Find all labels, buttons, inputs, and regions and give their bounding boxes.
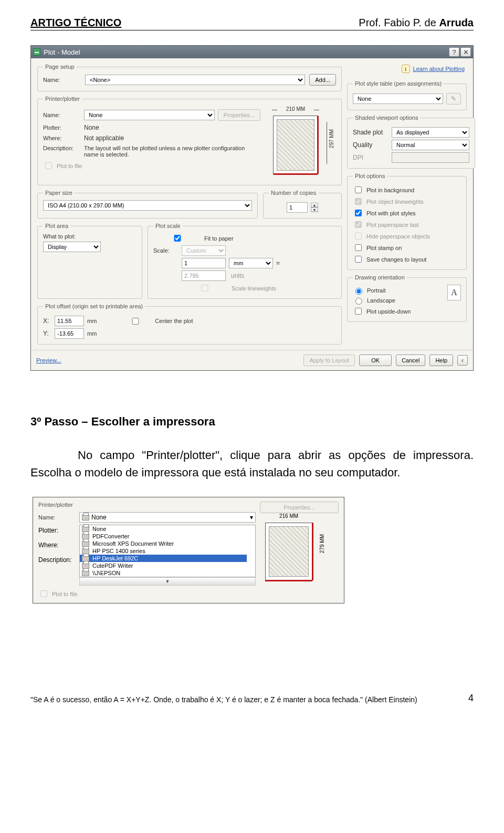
upside-down-checkbox[interactable]: Plot upside-down bbox=[353, 306, 461, 316]
printer-plotter-group-2: Printer/plotter Name: None ▾ Plotter: Wh… bbox=[38, 502, 256, 599]
copies-spinner[interactable]: ▲▼ bbox=[311, 203, 318, 212]
plot-style-select[interactable]: None bbox=[353, 93, 443, 104]
orientation-preview-icon: A bbox=[447, 285, 461, 300]
printer-option[interactable]: HP PSC 1400 series bbox=[80, 547, 247, 555]
plot-styles-checkbox[interactable]: Plot with plot styles bbox=[353, 208, 461, 218]
plot-scale-group: Plot scale Fit to paper Scale: Custom mm… bbox=[148, 223, 342, 299]
fit-to-paper-checkbox[interactable]: Fit to paper bbox=[153, 233, 336, 243]
paper-preview-2: 216 MM 279 MM bbox=[260, 513, 329, 587]
where-value: Not applicable bbox=[84, 134, 124, 142]
printer-icon bbox=[82, 570, 89, 576]
info-icon: i bbox=[402, 65, 410, 73]
paper-size-select[interactable]: ISO A4 (210.00 x 297.00 MM) bbox=[43, 200, 252, 211]
printer-option[interactable]: HP DeskJet 692C bbox=[80, 555, 247, 562]
printer-icon bbox=[82, 514, 89, 520]
scale-value-2 bbox=[182, 270, 226, 281]
help-titlebar-button[interactable]: ? bbox=[449, 47, 459, 57]
preview-link[interactable]: Preview... bbox=[36, 357, 61, 363]
plot-dialog-icon bbox=[33, 48, 40, 56]
dialog-title: Plot - Model bbox=[44, 48, 80, 56]
quality-select[interactable]: Normal bbox=[392, 140, 469, 150]
plot-background-checkbox[interactable]: Plot in background bbox=[353, 185, 461, 195]
printer-option[interactable]: None bbox=[80, 525, 247, 533]
article-heading: 3º Passo – Escolher a impressora bbox=[30, 415, 474, 429]
close-titlebar-button[interactable]: ✕ bbox=[460, 47, 471, 57]
shade-plot-select[interactable]: As displayed bbox=[392, 127, 469, 138]
hide-paperspace-checkbox: Hide paperspace objects bbox=[353, 231, 461, 241]
printer-select-2[interactable]: None ▾ bbox=[79, 512, 256, 523]
printer-properties-button: Properties... bbox=[218, 109, 260, 121]
plotter-value: None bbox=[84, 124, 99, 131]
orientation-group: Drawing orientation Portrait Landscape A… bbox=[347, 274, 467, 322]
printer-option[interactable]: \\J\EPSON bbox=[80, 569, 247, 577]
scale-select: Custom bbox=[182, 245, 226, 256]
center-plot-checkbox[interactable]: Center the plot bbox=[119, 316, 193, 326]
printer-dropdown-screenshot: Printer/plotter Name: None ▾ Plotter: Wh… bbox=[33, 497, 344, 603]
printer-option[interactable]: PDFConverter bbox=[80, 533, 247, 540]
plot-options-group: Plot options Plot in background Plot obj… bbox=[347, 173, 467, 270]
landscape-radio[interactable]: Landscape bbox=[353, 296, 444, 305]
doc-header: ARTIGO TÉCNICO Prof. Fabio P. de Arruda bbox=[30, 17, 474, 30]
cancel-button[interactable]: Cancel bbox=[396, 355, 425, 366]
plot-stamp-checkbox[interactable]: Plot stamp on bbox=[353, 243, 461, 253]
plot-offset-group: Plot offset (origin set to printable are… bbox=[37, 303, 342, 345]
offset-x-input[interactable] bbox=[55, 316, 84, 326]
plot-style-group: Plot style table (pen assignments) None … bbox=[347, 80, 467, 110]
paper-height-label: 297 MM bbox=[329, 129, 334, 148]
ok-button[interactable]: OK bbox=[359, 355, 392, 366]
printer-name-label: Name: bbox=[43, 112, 81, 118]
footer-quote: "Se A é o sucesso, então A = X+Y+Z. Onde… bbox=[30, 693, 474, 704]
printer-name-select[interactable]: None bbox=[84, 110, 215, 120]
help-button[interactable]: Help bbox=[429, 355, 453, 366]
edit-pen-button: ✎ bbox=[446, 93, 461, 105]
printer-plotter-group: Printer/plotter Name: None Properties...… bbox=[37, 96, 342, 185]
portrait-radio[interactable]: Portrait bbox=[353, 286, 444, 295]
page-setup-name-select[interactable]: <None> bbox=[85, 75, 305, 85]
dpi-input bbox=[392, 152, 469, 163]
page-number: 4 bbox=[459, 693, 474, 704]
printer-option[interactable]: CutePDF Writer bbox=[80, 562, 247, 569]
printer-description: The layout will not be plotted unless a … bbox=[84, 145, 247, 158]
scale-lineweights-checkbox: Scale lineweights bbox=[181, 283, 336, 293]
scroll-down-icon[interactable]: ▼ bbox=[79, 577, 256, 586]
plot-area-group: Plot area What to plot: Display bbox=[37, 223, 142, 299]
plot-lineweights-checkbox: Plot object lineweights bbox=[353, 196, 461, 206]
page-setup-name-label: Name: bbox=[43, 77, 81, 83]
doc-header-left: ARTIGO TÉCNICO bbox=[30, 17, 121, 29]
paper-preview: 210 MM 297 MM bbox=[266, 106, 334, 180]
learn-plotting-link[interactable]: Learn about Plotting bbox=[413, 66, 465, 72]
properties-button-2: Properties... bbox=[260, 502, 339, 513]
titlebar[interactable]: Plot - Model ? ✕ bbox=[31, 46, 473, 58]
copies-group: Number of copies ▲▼ bbox=[263, 190, 342, 218]
article-paragraph: No campo "Printer/plotter", clique para … bbox=[30, 446, 474, 481]
scale-value-1[interactable] bbox=[182, 258, 226, 268]
collapse-button[interactable]: ‹ bbox=[457, 355, 468, 366]
offset-y-input[interactable] bbox=[55, 328, 84, 339]
printer-dropdown-list[interactable]: NonePDFConverterMicrosoft XPS Document W… bbox=[79, 525, 256, 577]
save-layout-checkbox[interactable]: Save changes to layout bbox=[353, 254, 461, 264]
shaded-viewport-group: Shaded viewport options Shade plotAs dis… bbox=[347, 114, 475, 169]
doc-header-right: Prof. Fabio P. de Arruda bbox=[359, 17, 474, 29]
apply-to-layout-button: Apply to Layout bbox=[303, 355, 355, 366]
paper-width-label: 210 MM bbox=[273, 106, 318, 112]
plot-paperspace-checkbox: Plot paperspace last bbox=[353, 220, 461, 230]
copies-input[interactable] bbox=[287, 202, 308, 213]
add-page-setup-button[interactable]: Add... bbox=[309, 74, 336, 86]
plot-to-file-checkbox-2: Plot to file bbox=[38, 589, 256, 599]
printer-option[interactable]: Microsoft XPS Document Writer bbox=[80, 540, 247, 547]
paper-size-group: Paper size ISO A4 (210.00 x 297.00 MM) bbox=[37, 190, 258, 218]
page-setup-group: Page setup Name: <None> Add... bbox=[37, 64, 342, 91]
plot-area-select[interactable]: Display bbox=[43, 242, 101, 252]
dialog-footer: Preview... Apply to Layout OK Cancel Hel… bbox=[31, 350, 473, 370]
plot-to-file-checkbox: Plot to file bbox=[43, 161, 82, 171]
scrollbar[interactable]: ▲ ▼ bbox=[79, 577, 256, 586]
scale-unit-1[interactable]: mm bbox=[229, 258, 273, 268]
plot-dialog: Plot - Model ? ✕ Page setup Name: <None>… bbox=[30, 45, 474, 371]
